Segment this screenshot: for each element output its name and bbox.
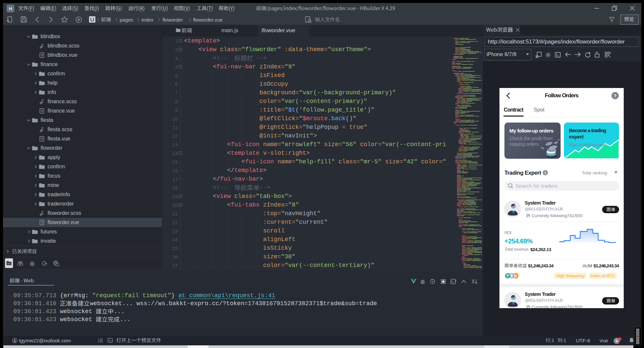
svg-text:V: V xyxy=(41,109,43,113)
svg-text:B: B xyxy=(514,274,517,278)
svg-text:V: V xyxy=(41,53,43,57)
svg-text:V: V xyxy=(41,221,43,224)
svg-text:V: V xyxy=(41,137,43,141)
svg-text:?: ? xyxy=(614,93,616,98)
svg-text:H: H xyxy=(9,6,12,11)
